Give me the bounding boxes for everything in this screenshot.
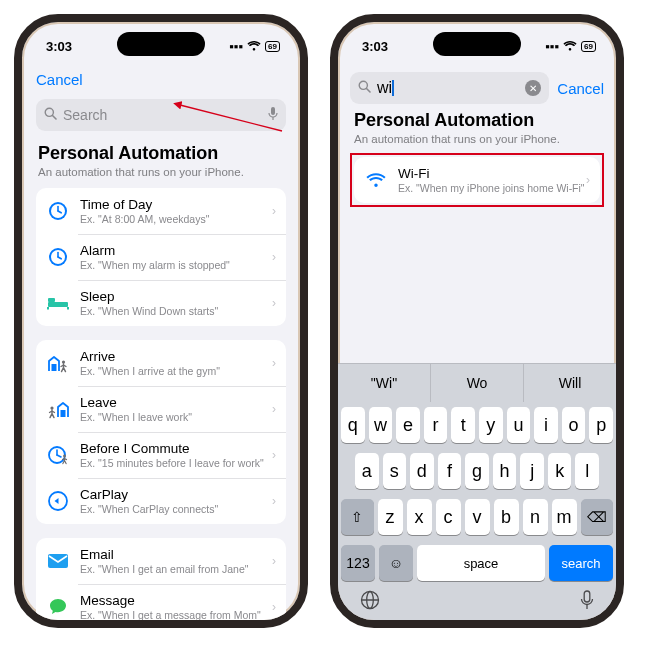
key-p[interactable]: p <box>589 407 613 443</box>
leave-icon <box>46 397 70 421</box>
bed-icon <box>46 291 70 315</box>
search-field[interactable] <box>36 99 286 131</box>
trigger-row-wifi[interactable]: Wi-Fi Ex. "When my iPhone joins home Wi-… <box>354 157 600 203</box>
trigger-row[interactable]: CarPlayEx. "When CarPlay connects"› <box>36 478 286 524</box>
phone-right: 3:03 ▪▪▪ 69 wi ✕ Cancel Personal Automat… <box>330 14 624 628</box>
carplay-icon <box>46 489 70 513</box>
suggestion[interactable]: Wo <box>431 364 524 402</box>
key-h[interactable]: h <box>493 453 517 489</box>
clock-icon <box>46 245 70 269</box>
row-title: CarPlay <box>80 487 272 502</box>
signal-icon: ▪▪▪ <box>229 39 243 54</box>
space-key[interactable]: space <box>417 545 545 581</box>
key-row: qwertyuiop <box>338 402 616 448</box>
search-icon <box>358 80 371 96</box>
shift-key[interactable]: ⇧ <box>341 499 374 535</box>
dynamic-island <box>117 32 205 56</box>
emoji-key[interactable]: ☺ <box>379 545 413 581</box>
trigger-row[interactable]: EmailEx. "When I get an email from Jane"… <box>36 538 286 584</box>
key-y[interactable]: y <box>479 407 503 443</box>
chevron-right-icon: › <box>272 204 276 218</box>
key-r[interactable]: r <box>424 407 448 443</box>
key-m[interactable]: m <box>552 499 577 535</box>
trigger-row[interactable]: Before I CommuteEx. "15 minutes before I… <box>36 432 286 478</box>
row-title: Message <box>80 593 272 608</box>
keyboard: "Wi" Wo Will qwertyuiop asdfghjkl ⇧ zxcv… <box>338 363 616 620</box>
status-time: 3:03 <box>46 39 72 54</box>
trigger-row[interactable]: Time of DayEx. "At 8:00 AM, weekdays"› <box>36 188 286 234</box>
key-a[interactable]: a <box>355 453 379 489</box>
row-subtitle: Ex. "When I leave work" <box>80 411 272 423</box>
chevron-right-icon: › <box>272 554 276 568</box>
key-w[interactable]: w <box>369 407 393 443</box>
key-o[interactable]: o <box>562 407 586 443</box>
phone-left: 3:03 ▪▪▪ 69 Cancel Personal Automation A… <box>14 14 308 628</box>
chevron-right-icon: › <box>272 494 276 508</box>
chevron-right-icon: › <box>272 402 276 416</box>
key-v[interactable]: v <box>465 499 490 535</box>
trigger-list[interactable]: Time of DayEx. "At 8:00 AM, weekdays"›Al… <box>22 188 300 628</box>
clear-icon[interactable]: ✕ <box>525 80 541 96</box>
trigger-group: Time of DayEx. "At 8:00 AM, weekdays"›Al… <box>36 188 286 326</box>
key-u[interactable]: u <box>507 407 531 443</box>
svg-line-1 <box>53 116 57 120</box>
chevron-right-icon: › <box>272 250 276 264</box>
suggestion-bar: "Wi" Wo Will <box>338 364 616 402</box>
svg-rect-2 <box>271 107 275 115</box>
trigger-row[interactable]: SleepEx. "When Wind Down starts"› <box>36 280 286 326</box>
key-l[interactable]: l <box>575 453 599 489</box>
trigger-row[interactable]: MessageEx. "When I get a message from Mo… <box>36 584 286 628</box>
row-subtitle: Ex. "At 8:00 AM, weekdays" <box>80 213 272 225</box>
search-key[interactable]: search <box>549 545 613 581</box>
globe-icon[interactable] <box>360 590 380 614</box>
page-header: Personal Automation An automation that r… <box>338 108 616 155</box>
svg-rect-19 <box>61 410 66 417</box>
chevron-right-icon: › <box>272 296 276 310</box>
chevron-right-icon: › <box>586 173 590 187</box>
trigger-row[interactable]: AlarmEx. "When my alarm is stopped"› <box>36 234 286 280</box>
row-subtitle: Ex. "When Wind Down starts" <box>80 305 272 317</box>
key-b[interactable]: b <box>494 499 519 535</box>
status-time: 3:03 <box>362 39 388 54</box>
clock-icon <box>46 199 70 223</box>
suggestion[interactable]: "Wi" <box>338 364 431 402</box>
cancel-button[interactable]: Cancel <box>557 80 604 97</box>
dictation-icon[interactable] <box>580 590 594 614</box>
key-i[interactable]: i <box>534 407 558 443</box>
cancel-button[interactable]: Cancel <box>36 71 83 88</box>
backspace-key[interactable]: ⌫ <box>581 499 614 535</box>
mic-icon[interactable] <box>268 107 278 124</box>
trigger-group: EmailEx. "When I get an email from Jane"… <box>36 538 286 628</box>
number-key[interactable]: 123 <box>341 545 375 581</box>
wifi-status-icon <box>247 39 261 54</box>
suggestion[interactable]: Will <box>524 364 616 402</box>
trigger-row[interactable]: ArriveEx. "When I arrive at the gym"› <box>36 340 286 386</box>
nav-bar: wi ✕ Cancel <box>338 66 616 108</box>
key-g[interactable]: g <box>465 453 489 489</box>
key-f[interactable]: f <box>438 453 462 489</box>
row-subtitle: Ex. "15 minutes before I leave for work" <box>80 457 272 469</box>
row-subtitle: Ex. "When I get a message from Mom" <box>80 609 272 621</box>
annotation-highlight: Wi-Fi Ex. "When my iPhone joins home Wi-… <box>350 153 604 207</box>
message-icon <box>46 595 70 619</box>
key-e[interactable]: e <box>396 407 420 443</box>
trigger-row[interactable]: LeaveEx. "When I leave work"› <box>36 386 286 432</box>
search-field[interactable]: wi ✕ <box>350 72 549 104</box>
key-x[interactable]: x <box>407 499 432 535</box>
svg-line-28 <box>367 89 371 93</box>
key-q[interactable]: q <box>341 407 365 443</box>
key-j[interactable]: j <box>520 453 544 489</box>
key-k[interactable]: k <box>548 453 572 489</box>
key-d[interactable]: d <box>410 453 434 489</box>
row-subtitle: Ex. "When my iPhone joins home Wi-Fi" <box>398 182 586 194</box>
key-c[interactable]: c <box>436 499 461 535</box>
page-title: Personal Automation <box>38 143 284 164</box>
chevron-right-icon: › <box>272 448 276 462</box>
battery-icon: 69 <box>581 41 596 52</box>
key-n[interactable]: n <box>523 499 548 535</box>
key-t[interactable]: t <box>451 407 475 443</box>
key-s[interactable]: s <box>383 453 407 489</box>
key-z[interactable]: z <box>378 499 403 535</box>
commute-icon <box>46 443 70 467</box>
search-input[interactable] <box>63 107 268 123</box>
